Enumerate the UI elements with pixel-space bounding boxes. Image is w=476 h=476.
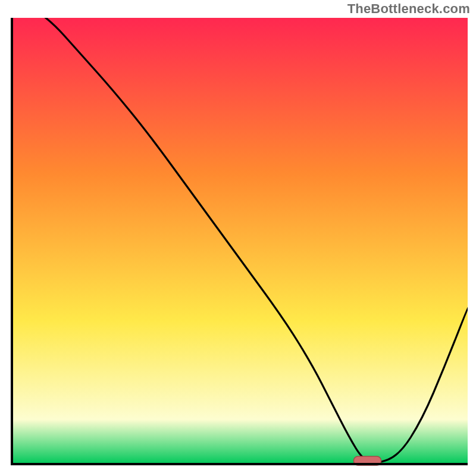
watermark-text: TheBottleneck.com	[347, 1, 470, 17]
bottleneck-chart	[0, 0, 476, 476]
gradient-background	[12, 18, 468, 464]
